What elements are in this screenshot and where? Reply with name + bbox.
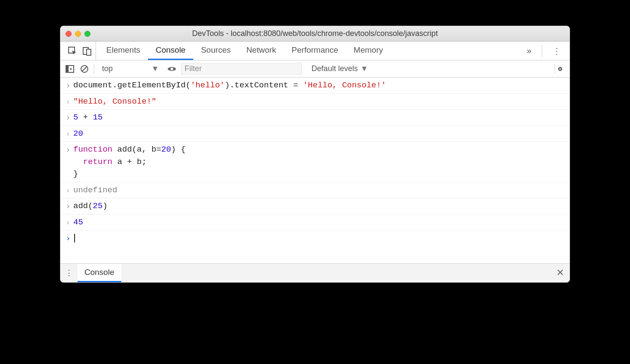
code-token: + — [78, 113, 93, 122]
console-row-output: ‹"Hello, Console!" — [60, 94, 570, 110]
main-tabbar: ElementsConsoleSourcesNetworkPerformance… — [60, 42, 570, 60]
console-row-input: ›function add(a, b=20) { return a + b; } — [60, 142, 570, 182]
overflow-tabs-button[interactable]: » — [522, 46, 536, 56]
zoom-window-button[interactable] — [84, 31, 90, 37]
code-token: = — [288, 81, 303, 90]
panel-tabs: ElementsConsoleSourcesNetworkPerformance… — [99, 42, 391, 60]
console-row-output: ‹20 — [60, 126, 570, 142]
console-code: add(25) — [73, 200, 108, 212]
levels-label: Default levels — [312, 64, 358, 73]
code-token: ) { — [171, 145, 186, 154]
console-code[interactable] — [73, 232, 75, 245]
tab-network[interactable]: Network — [239, 42, 284, 60]
prompt-output-icon: ‹ — [63, 216, 73, 229]
console-row-input: ›add(25) — [60, 198, 570, 215]
console-code: undefined — [73, 184, 117, 197]
tab-memory[interactable]: Memory — [346, 42, 391, 60]
tab-sources[interactable]: Sources — [193, 42, 239, 60]
prompt-output-icon: ‹ — [63, 95, 73, 108]
console-code: 45 — [73, 216, 83, 229]
code-token: . — [112, 81, 117, 90]
separator — [542, 45, 542, 57]
svg-rect-2 — [87, 49, 91, 55]
code-token: textContent — [234, 81, 288, 90]
console-output[interactable]: ›document.getElementById('hello').textCo… — [60, 78, 570, 263]
code-token: ( — [186, 81, 190, 90]
clear-console-icon[interactable] — [79, 64, 90, 74]
code-token: undefined — [73, 185, 117, 195]
inspect-element-icon[interactable] — [67, 46, 78, 56]
code-token: 5 — [73, 113, 78, 122]
code-token: add(a, b= — [112, 145, 161, 154]
code-token: getElementById — [117, 81, 186, 90]
console-code: 20 — [73, 128, 83, 140]
window-title: DevTools - localhost:8080/web/tools/chro… — [60, 29, 570, 38]
console-row-input: ›5 + 15 — [60, 110, 570, 126]
tab-performance[interactable]: Performance — [284, 42, 346, 60]
tab-console[interactable]: Console — [148, 42, 193, 60]
prompt-input-icon: › — [63, 143, 73, 156]
dropdown-arrow-icon: ▼ — [360, 64, 368, 73]
prompt-input-icon: › — [63, 200, 73, 212]
code-token: ) — [102, 201, 107, 211]
code-token: "Hello, Console!" — [73, 97, 156, 106]
show-console-sidebar-icon[interactable] — [65, 64, 75, 74]
code-token: . — [230, 81, 234, 90]
dropdown-arrow-icon: ▼ — [151, 64, 159, 73]
svg-rect-4 — [66, 66, 69, 72]
code-token: 20 — [161, 145, 171, 154]
devtools-window: DevTools - localhost:8080/web/tools/chro… — [60, 26, 570, 283]
code-token: function — [73, 145, 112, 154]
code-token: 45 — [73, 218, 83, 227]
separator — [94, 64, 94, 74]
console-row-output: ‹undefined — [60, 182, 570, 199]
titlebar[interactable]: DevTools - localhost:8080/web/tools/chro… — [60, 26, 570, 42]
drawer-menu-button[interactable]: ⋮ — [60, 264, 78, 282]
code-token: add( — [73, 201, 93, 211]
close-window-button[interactable] — [66, 31, 72, 37]
code-token: 25 — [93, 201, 103, 211]
drawer: ⋮ Console ✕ — [60, 263, 570, 282]
context-label: top — [102, 64, 113, 73]
console-row-prompt: › — [60, 230, 570, 246]
drawer-tab-console[interactable]: Console — [78, 264, 121, 282]
filter-input[interactable] — [181, 63, 301, 75]
code-token: a + b; — [112, 157, 147, 167]
code-token: 20 — [73, 129, 83, 138]
svg-line-6 — [82, 66, 87, 72]
console-code: document.getElementById('hello').textCon… — [73, 79, 386, 92]
live-expression-icon[interactable] — [167, 64, 177, 74]
tab-elements[interactable]: Elements — [99, 42, 148, 60]
code-token: ) — [225, 81, 230, 90]
console-toolbar: top ▼ Default levels ▼ — [60, 60, 570, 78]
prompt-input-icon: › — [63, 111, 73, 124]
code-token: 'hello' — [191, 81, 225, 90]
execution-context-select[interactable]: top ▼ — [99, 63, 162, 74]
console-row-output: ‹45 — [60, 215, 570, 231]
console-code: "Hello, Console!" — [73, 95, 156, 108]
code-token: 15 — [93, 113, 103, 122]
text-cursor — [74, 234, 75, 242]
prompt-output-icon: ‹ — [63, 128, 73, 140]
log-levels-select[interactable]: Default levels ▼ — [312, 64, 368, 73]
console-code: function add(a, b=20) { return a + b; } — [73, 143, 186, 180]
drawer-close-button[interactable]: ✕ — [551, 264, 570, 282]
code-token — [73, 157, 83, 167]
minimize-window-button[interactable] — [75, 31, 81, 37]
console-row-input: ›document.getElementById('hello').textCo… — [60, 78, 570, 94]
drawer-tab-label: Console — [84, 268, 114, 277]
code-token: } — [73, 169, 78, 179]
traffic-lights — [66, 31, 90, 37]
device-toolbar-icon[interactable] — [82, 46, 92, 56]
console-settings-icon[interactable] — [555, 64, 565, 74]
code-token: return — [83, 157, 112, 167]
console-code: 5 + 15 — [73, 111, 102, 124]
inspect-tools — [64, 42, 96, 60]
prompt-live-icon: › — [63, 232, 73, 245]
code-token: 'Hello, Console!' — [303, 81, 386, 90]
prompt-input-icon: › — [63, 79, 73, 92]
code-token: document — [73, 81, 112, 90]
svg-point-7 — [171, 68, 173, 70]
prompt-output-icon: ‹ — [63, 184, 73, 197]
main-menu-button[interactable]: ⋮ — [548, 46, 566, 56]
